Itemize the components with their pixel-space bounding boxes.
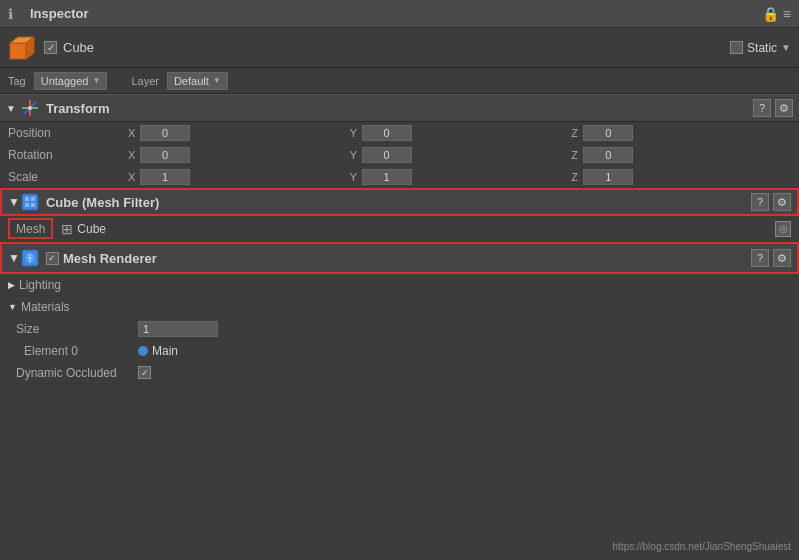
position-y-label: Y (350, 127, 360, 139)
scale-z-input[interactable]: 1 (583, 169, 633, 185)
scale-z-field: Z 1 (571, 169, 791, 185)
scale-label: Scale (8, 170, 128, 184)
position-x-field: X 0 (128, 125, 348, 141)
lighting-triangle[interactable]: ▶ (8, 280, 15, 290)
element-label: Element 0 (8, 344, 138, 358)
position-y-field: Y 0 (350, 125, 570, 141)
mesh-filter-triangle[interactable]: ▼ (8, 195, 20, 209)
position-values: X 0 Y 0 Z 0 (128, 125, 791, 141)
object-row: Cube Static ▼ (0, 28, 799, 68)
object-active-checkbox[interactable] (44, 41, 57, 54)
rotation-x-label: X (128, 149, 138, 161)
materials-triangle[interactable]: ▼ (8, 302, 17, 312)
svg-point-6 (28, 106, 32, 110)
scale-row: Scale X 1 Y 1 Z 1 (0, 166, 799, 188)
dynamic-occluded-row: Dynamic Occluded (0, 362, 799, 384)
mesh-renderer-header: ▼ Mesh Renderer ? ⚙ (0, 242, 799, 274)
mesh-renderer-help-btn[interactable]: ? (751, 249, 769, 267)
header-bar: ℹ Inspector 🔒 ≡ (0, 0, 799, 28)
scale-y-label: Y (350, 171, 360, 183)
rotation-y-input[interactable]: 0 (362, 147, 412, 163)
element-icon (138, 346, 148, 356)
svg-rect-9 (31, 197, 35, 201)
static-dropdown-arrow[interactable]: ▼ (781, 42, 791, 53)
layer-dropdown[interactable]: Default ▼ (167, 72, 228, 90)
obj-right: Static ▼ (730, 41, 791, 55)
rotation-y-field: Y 0 (350, 147, 570, 163)
tag-label: Tag (8, 75, 26, 87)
inspector-title: Inspector (30, 6, 89, 21)
object-checkbox-area[interactable] (44, 41, 57, 54)
element-value-area: Main (138, 344, 178, 358)
transform-header: ▼ Transform ? ⚙ (0, 94, 799, 122)
materials-row: ▼ Materials (0, 296, 799, 318)
mesh-filter-help-btn[interactable]: ? (751, 193, 769, 211)
mesh-filter-comp-right: ? ⚙ (751, 193, 791, 211)
mesh-renderer-triangle[interactable]: ▼ (8, 251, 20, 265)
mesh-row: Mesh ⊞ Cube ◎ (0, 216, 799, 242)
scale-x-input[interactable]: 1 (140, 169, 190, 185)
scale-x-field: X 1 (128, 169, 348, 185)
transform-title: Transform (46, 101, 753, 116)
rotation-z-input[interactable]: 0 (583, 147, 633, 163)
mesh-filter-gear-btn[interactable]: ⚙ (773, 193, 791, 211)
rotation-label: Rotation (8, 148, 128, 162)
transform-section: ▼ Transform ? ⚙ Position X 0 (0, 94, 799, 188)
dynamic-occluded-checkbox[interactable] (138, 366, 151, 379)
mesh-renderer-section: ▼ Mesh Renderer ? ⚙ ▶ Lighting ▼ Materia… (0, 242, 799, 384)
position-x-label: X (128, 127, 138, 139)
position-row: Position X 0 Y 0 Z 0 (0, 122, 799, 144)
transform-icon (20, 98, 40, 118)
mesh-renderer-gear-btn[interactable]: ⚙ (773, 249, 791, 267)
layer-value: Default (174, 75, 209, 87)
position-z-field: Z 0 (571, 125, 791, 141)
materials-label: Materials (21, 300, 70, 314)
position-y-input[interactable]: 0 (362, 125, 412, 141)
mesh-value: Cube (77, 222, 106, 236)
mesh-filter-section: ▼ Cube (Mesh Filter) ? ⚙ Mesh ⊞ Cube ◎ (0, 188, 799, 242)
rotation-z-label: Z (571, 149, 581, 161)
scale-y-field: Y 1 (350, 169, 570, 185)
tag-dropdown[interactable]: Untagged ▼ (34, 72, 108, 90)
mesh-filter-icon (20, 192, 40, 212)
object-name: Cube (63, 40, 94, 55)
rotation-values: X 0 Y 0 Z 0 (128, 147, 791, 163)
tag-arrow: ▼ (92, 76, 100, 85)
mesh-grid-icon: ⊞ (61, 221, 73, 237)
rotation-z-field: Z 0 (571, 147, 791, 163)
svg-rect-7 (22, 194, 38, 210)
dynamic-occluded-label: Dynamic Occluded (8, 366, 138, 380)
cube-icon (8, 33, 38, 63)
transform-help-btn[interactable]: ? (753, 99, 771, 117)
size-value[interactable]: 1 (138, 321, 218, 337)
layer-label: Layer (131, 75, 159, 87)
position-z-input[interactable]: 0 (583, 125, 633, 141)
lock-icon[interactable]: 🔒 (762, 6, 779, 22)
header-left: ℹ Inspector (8, 6, 89, 22)
lighting-label: Lighting (19, 278, 61, 292)
menu-icon[interactable]: ≡ (783, 6, 791, 22)
position-label: Position (8, 126, 128, 140)
position-x-input[interactable]: 0 (140, 125, 190, 141)
header-right: 🔒 ≡ (762, 6, 791, 22)
rotation-x-input[interactable]: 0 (140, 147, 190, 163)
svg-rect-10 (25, 203, 29, 207)
rotation-row: Rotation X 0 Y 0 Z 0 (0, 144, 799, 166)
mesh-value-area: ⊞ Cube ◎ (53, 221, 799, 237)
svg-point-14 (28, 253, 32, 263)
scale-values: X 1 Y 1 Z 1 (128, 169, 791, 185)
transform-gear-btn[interactable]: ⚙ (775, 99, 793, 117)
transform-triangle[interactable]: ▼ (6, 103, 16, 114)
static-checkbox[interactable] (730, 41, 743, 54)
mesh-filter-title: Cube (Mesh Filter) (46, 195, 751, 210)
scale-z-label: Z (571, 171, 581, 183)
mesh-picker-btn[interactable]: ◎ (775, 221, 791, 237)
scale-y-input[interactable]: 1 (362, 169, 412, 185)
layer-arrow: ▼ (213, 76, 221, 85)
mesh-label: Mesh (8, 218, 53, 239)
position-z-label: Z (571, 127, 581, 139)
info-icon: ℹ (8, 6, 24, 22)
svg-rect-8 (25, 197, 29, 201)
element-row: Element 0 Main (0, 340, 799, 362)
mesh-renderer-checkbox[interactable] (46, 252, 59, 265)
